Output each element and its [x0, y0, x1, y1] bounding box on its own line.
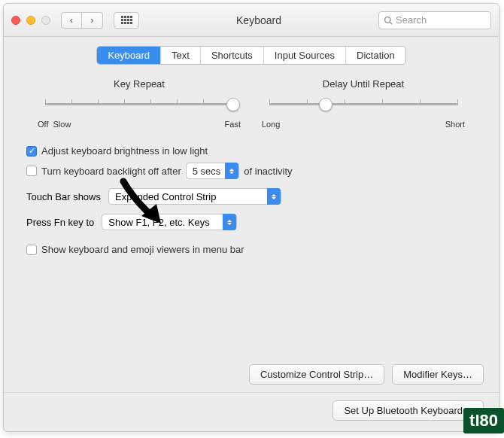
- chevron-updown-icon: [225, 163, 238, 179]
- sliders-row: Key Repeat Off Slow Fast: [19, 78, 484, 136]
- delay-label: Delay Until Repeat: [262, 78, 465, 90]
- tab-input-sources[interactable]: Input Sources: [264, 47, 346, 64]
- minimize-icon[interactable]: [26, 16, 35, 25]
- window-title: Keyboard: [145, 14, 372, 26]
- window-controls: [11, 16, 50, 25]
- touchbar-label: Touch Bar shows: [26, 191, 101, 202]
- delay-group: Delay Until Repeat Long Short: [262, 78, 465, 129]
- delay-ticklabels: Long Short: [262, 120, 465, 129]
- watermark-badge: tI80: [463, 408, 504, 433]
- backlight-row: Turn keyboard backlight off after 5 secs…: [26, 163, 476, 179]
- fn-label: Press Fn key to: [26, 217, 94, 228]
- delay-slider[interactable]: [269, 96, 457, 118]
- tab-text[interactable]: Text: [161, 47, 201, 64]
- forward-button[interactable]: ›: [82, 12, 103, 29]
- zoom-icon: [41, 16, 50, 25]
- grid-icon: [121, 16, 132, 24]
- tab-dictation[interactable]: Dictation: [346, 47, 405, 64]
- preferences-window: ‹ › Keyboard Search Keyboard Text Shortc…: [3, 3, 499, 432]
- back-button[interactable]: ‹: [61, 12, 82, 29]
- viewers-row: Show keyboard and emoji viewers in menu …: [26, 244, 476, 255]
- customize-button[interactable]: Customize Control Strip…: [249, 364, 384, 385]
- chevron-updown-icon: [223, 214, 236, 230]
- svg-point-0: [385, 17, 391, 23]
- show-all-button[interactable]: [114, 12, 139, 29]
- tab-bar: Keyboard Text Shortcuts Input Sources Di…: [96, 46, 405, 65]
- content-area: Keyboard Text Shortcuts Input Sources Di…: [4, 37, 499, 431]
- key-repeat-label: Key Repeat: [38, 78, 241, 90]
- chevron-updown-icon: [267, 188, 281, 205]
- options: Adjust keyboard brightness in low light …: [19, 136, 484, 264]
- key-repeat-slider[interactable]: [45, 96, 233, 118]
- fn-row: Press Fn key to Show F1, F2, etc. Keys: [26, 214, 476, 230]
- viewers-label: Show keyboard and emoji viewers in menu …: [41, 244, 244, 255]
- tab-keyboard[interactable]: Keyboard: [97, 47, 161, 64]
- brightness-label: Adjust keyboard brightness in low light: [41, 145, 208, 157]
- modifier-keys-button[interactable]: Modifier Keys…: [392, 364, 484, 385]
- bottom-buttons: Customize Control Strip… Modifier Keys…: [19, 364, 484, 385]
- viewers-checkbox[interactable]: [26, 245, 37, 255]
- titlebar: ‹ › Keyboard Search: [4, 4, 499, 37]
- search-icon: [384, 16, 393, 25]
- backlight-checkbox[interactable]: [26, 166, 37, 176]
- bluetooth-button[interactable]: Set Up Bluetooth Keyboard…: [332, 400, 484, 421]
- nav-buttons: ‹ ›: [61, 12, 103, 29]
- tab-shortcuts[interactable]: Shortcuts: [201, 47, 264, 64]
- key-repeat-ticklabels: Off Slow Fast: [38, 120, 241, 129]
- backlight-label-prefix: Turn keyboard backlight off after: [41, 166, 181, 177]
- close-icon[interactable]: [11, 16, 20, 25]
- brightness-row: Adjust keyboard brightness in low light: [26, 145, 476, 157]
- backlight-label-suffix: of inactivity: [244, 166, 292, 177]
- key-repeat-group: Key Repeat Off Slow Fast: [38, 78, 241, 129]
- touchbar-row: Touch Bar shows Expanded Control Strip: [26, 188, 476, 205]
- footer: Set Up Bluetooth Keyboard…: [4, 392, 499, 421]
- brightness-checkbox[interactable]: [26, 146, 37, 157]
- search-placeholder: Search: [396, 14, 427, 26]
- backlight-select[interactable]: 5 secs: [186, 163, 240, 179]
- fn-select[interactable]: Show F1, F2, etc. Keys: [102, 214, 237, 230]
- touchbar-select[interactable]: Expanded Control Strip: [108, 188, 281, 205]
- svg-line-1: [390, 22, 392, 24]
- search-field[interactable]: Search: [378, 11, 491, 29]
